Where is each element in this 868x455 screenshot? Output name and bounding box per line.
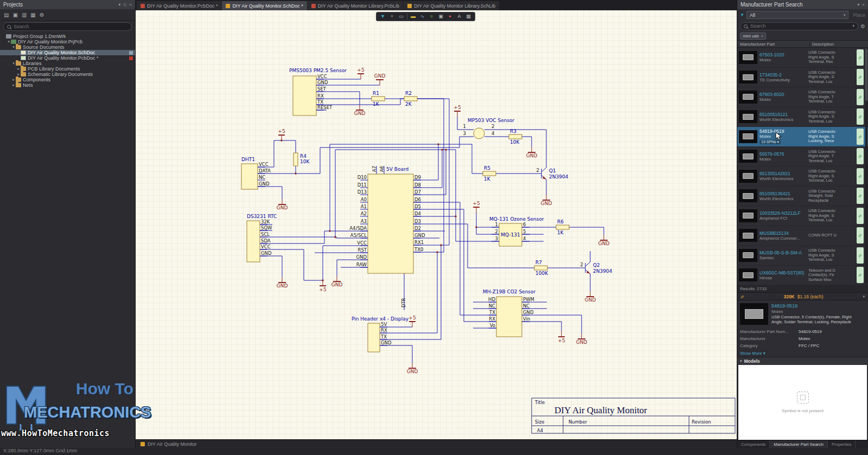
link-icon: ∞: [857, 232, 864, 239]
tree-expand-icon[interactable]: ▸: [11, 82, 16, 88]
category-dropdown[interactable]: All ▾: [746, 11, 849, 19]
field-value: FFC / FPC: [799, 343, 819, 348]
open-document-icon[interactable]: ▣: [12, 12, 17, 18]
document-tab[interactable]: DIY Air Quality Monitor Library.SchLib: [404, 1, 499, 10]
datasheet-link[interactable]: ∞: [857, 69, 864, 85]
svg-text:MQ-131: MQ-131: [501, 232, 520, 238]
wire-tool-icon[interactable]: ∿: [419, 12, 426, 21]
part-info: MUSB-05-S-B-SM-ASamtec: [760, 250, 808, 260]
part-row[interactable]: 56579-0576MolexUSB ConnectoRight Angle, …: [737, 147, 868, 167]
schematic-canvas[interactable]: PMS5003 PM2.5 SensorVCCGNDSETRXTXRESETDH…: [136, 10, 737, 437]
panel-menu-icon[interactable]: ▾: [857, 2, 859, 7]
text-tool-icon[interactable]: A: [456, 12, 463, 21]
projects-search-input[interactable]: [14, 24, 128, 29]
part-row[interactable]: 67503-1020MolexUSB ConnectoRight Angle, …: [737, 48, 868, 68]
panel-menu-icon[interactable]: ▾: [118, 2, 120, 7]
chevron-down-icon[interactable]: ▾: [853, 24, 855, 28]
part-row[interactable]: 67803-8020MolexUSB ConnectoRight Angle, …: [737, 87, 868, 107]
tree-expand-icon[interactable]: ▸: [16, 66, 21, 72]
save-icon[interactable]: ▥: [22, 12, 27, 18]
datasheet-link[interactable]: ∞: [857, 227, 864, 243]
new-document-icon[interactable]: ▤: [4, 12, 9, 18]
datasheet-link[interactable]: ∞: [857, 188, 864, 204]
part-manufacturer: TE Connectivity: [760, 78, 808, 82]
svg-text:GND: GND: [356, 254, 367, 260]
tree-item[interactable]: ▸Schematic Library Documents: [0, 72, 135, 77]
part-photo: [743, 94, 754, 100]
panel-tab-components[interactable]: Components: [737, 440, 770, 448]
schematic-editor[interactable]: ▼+▭▬∿≡▣●A▦ PMS5003 PM2.5 SensorVCCGNDSET…: [136, 10, 737, 439]
tree-expand-icon[interactable]: ▾: [7, 39, 11, 44]
tree-item[interactable]: ▾DIY Air Quality Monitor.PrjPcb: [0, 39, 135, 44]
part-row[interactable]: 10033526-N3212LFAmphenol FCIUSB Connecto…: [737, 206, 868, 226]
tree-expand-icon[interactable]: ▾: [11, 44, 16, 50]
close-icon[interactable]: ×: [129, 2, 132, 7]
tree-item[interactable]: DIY Air Quality Monitor.SchDoc: [0, 50, 135, 55]
remove-tag-icon[interactable]: ×: [761, 34, 764, 39]
highlight-tool-icon[interactable]: ▬: [410, 12, 417, 21]
document-tab[interactable]: DIY Air Quality Monitor.PcbDoc *: [137, 1, 221, 10]
tree-item[interactable]: Project Group 1.DsnWrk: [0, 34, 135, 39]
chevron-down-icon[interactable]: ▾: [863, 294, 865, 299]
selection-filter-icon[interactable]: ▼: [379, 12, 386, 21]
price-bar[interactable]: ∞ 320K $1.16 (each) ▾: [737, 292, 868, 300]
datasheet-link[interactable]: ∞: [857, 49, 864, 66]
part-row[interactable]: 1734035-2TE ConnectivityUSB ConnectoRigh…: [737, 68, 868, 88]
datasheet-link[interactable]: ∞: [857, 89, 864, 105]
pin-icon[interactable]: ◇: [123, 2, 126, 7]
detail-part-number[interactable]: 54819-0519: [771, 303, 853, 309]
datasheet-link[interactable]: ∞: [857, 168, 864, 184]
part-search-box[interactable]: ▾: [740, 22, 858, 30]
net-label-icon[interactable]: ▣: [437, 12, 444, 21]
copy-icon[interactable]: ▦: [30, 12, 35, 18]
part-row[interactable]: UX60SC-MB-5ST(80)HiroseTelecom and DCont…: [737, 266, 868, 286]
column-manufacturer-part[interactable]: Manufacturer Part: [737, 42, 809, 47]
tree-item[interactable]: ▸Components: [0, 77, 135, 82]
datasheet-link[interactable]: ∞: [857, 129, 864, 145]
part-search-input[interactable]: [750, 23, 850, 29]
datasheet-link[interactable]: ∞: [857, 208, 864, 224]
move-tool-icon[interactable]: +: [388, 12, 395, 21]
area-select-icon[interactable]: ▭: [398, 12, 405, 21]
tree-item[interactable]: ▾Source Documents: [0, 44, 135, 50]
datasheet-link[interactable]: ∞: [857, 108, 864, 125]
svg-text:GND: GND: [598, 241, 610, 246]
part-row[interactable]: 651005136421Wurth ElectronicsUSB Connect…: [737, 187, 868, 207]
place-button[interactable]: Place: [853, 12, 865, 18]
grid-icon[interactable]: ▦: [465, 12, 472, 21]
scrollbar-thumb[interactable]: [865, 49, 867, 101]
part-row[interactable]: 65100516121Wurth ElectronicsUSB Connecto…: [737, 107, 868, 127]
projects-search-box[interactable]: [3, 22, 132, 31]
tree-item[interactable]: ▸Nets: [0, 82, 135, 88]
search-tag-chip[interactable]: mini usb ×: [740, 33, 766, 40]
tree-expand-icon[interactable]: ▸: [11, 77, 16, 82]
part-photo: [743, 54, 754, 60]
show-more-link[interactable]: Show More ▾: [737, 350, 868, 357]
tree-item-label: Schematic Library Documents: [28, 72, 93, 77]
settings-icon[interactable]: ⚙: [40, 12, 44, 18]
no-erc-icon[interactable]: ●: [446, 12, 454, 21]
tree-expand-icon[interactable]: ▾: [11, 61, 16, 66]
column-description[interactable]: Description: [809, 42, 868, 47]
panel-tab-manufacturer-part-search[interactable]: Manufacturer Part Search: [770, 440, 828, 448]
gear-icon[interactable]: ⚙: [860, 23, 865, 29]
panel-tab-properties[interactable]: Properties: [828, 440, 856, 448]
svg-text:Revision: Revision: [692, 419, 711, 425]
tree-item[interactable]: DIY Air Quality Monitor.PcbDoc *: [0, 55, 135, 61]
document-tab[interactable]: DIY Air Quality Monitor Library.PcbLib: [308, 1, 403, 10]
datasheet-link[interactable]: ∞: [857, 148, 864, 164]
spn-count-badge[interactable]: 19 SPNs ▾: [760, 140, 781, 144]
datasheet-link[interactable]: ∞: [857, 247, 864, 264]
part-row[interactable]: 651305142821Wurth ElectronicsUSB Connect…: [737, 166, 868, 187]
datasheet-link[interactable]: ∞: [857, 267, 864, 283]
part-row[interactable]: MUSBB15134Amphenol Commer...CONN RCPT U∞: [737, 226, 868, 246]
models-section-header[interactable]: ▾ Models: [737, 357, 868, 365]
close-icon[interactable]: ×: [862, 2, 865, 7]
part-row[interactable]: 54819-0519Molex19 SPNs ▾USB ConnectoRigh…: [737, 127, 868, 147]
part-row[interactable]: MUSB-05-S-B-SM-ASamtecUSB ConnectoRight …: [737, 246, 868, 266]
scrollbar[interactable]: [865, 49, 867, 284]
filter-icon[interactable]: ▼: [740, 12, 744, 17]
document-tab[interactable]: DIY Air Quality Monitor.SchDoc *: [222, 1, 307, 10]
bus-tool-icon[interactable]: ≡: [428, 12, 435, 21]
svg-text:+5: +5: [409, 315, 416, 321]
